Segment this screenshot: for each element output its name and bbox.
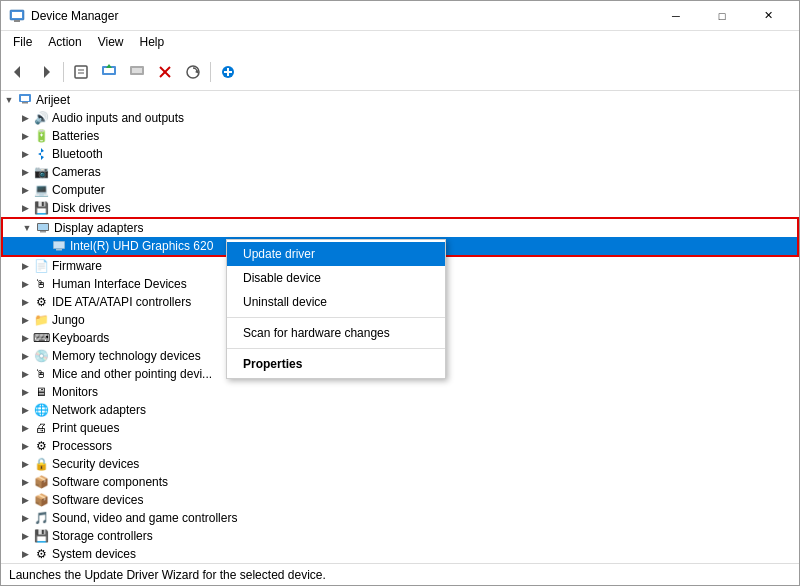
toolbar-sep-2 <box>210 62 211 82</box>
sw-devices-label: Software devices <box>52 493 143 507</box>
tree-item-diskdrives[interactable]: ▶ 💾 Disk drives <box>1 199 799 217</box>
security-icon: 🔒 <box>33 456 49 472</box>
tree-item-display[interactable]: ▼ Display adapters <box>3 219 797 237</box>
context-uninstall-device[interactable]: Uninstall device <box>227 290 445 314</box>
tree-item-batteries[interactable]: ▶ 🔋 Batteries <box>1 127 799 145</box>
network-expand[interactable]: ▶ <box>17 402 33 418</box>
sw-components-label: Software components <box>52 475 168 489</box>
monitors-label: Monitors <box>52 385 98 399</box>
menu-file[interactable]: File <box>5 33 40 51</box>
window-icon <box>9 8 25 24</box>
minimize-button[interactable]: ─ <box>653 1 699 31</box>
memory-expand[interactable]: ▶ <box>17 348 33 364</box>
keyboards-icon: ⌨ <box>33 330 49 346</box>
tree-item-network[interactable]: ▶ 🌐 Network adapters <box>1 401 799 419</box>
add-hardware-button[interactable] <box>215 59 241 85</box>
processors-expand[interactable]: ▶ <box>17 438 33 454</box>
svg-marker-4 <box>44 66 50 78</box>
tree-item-system[interactable]: ▶ ⚙ System devices <box>1 545 799 563</box>
update-driver-button[interactable] <box>96 59 122 85</box>
menu-help[interactable]: Help <box>132 33 173 51</box>
tree-item-processors[interactable]: ▶ ⚙ Processors <box>1 437 799 455</box>
sound-label: Sound, video and game controllers <box>52 511 237 525</box>
ide-icon: ⚙ <box>33 294 49 310</box>
print-expand[interactable]: ▶ <box>17 420 33 436</box>
tree-item-sw-components[interactable]: ▶ 📦 Software components <box>1 473 799 491</box>
forward-button[interactable] <box>33 59 59 85</box>
sw-devices-expand[interactable]: ▶ <box>17 492 33 508</box>
scan-button[interactable] <box>180 59 206 85</box>
storage-expand[interactable]: ▶ <box>17 528 33 544</box>
window-title: Device Manager <box>31 9 653 23</box>
system-expand[interactable]: ▶ <box>17 546 33 562</box>
firmware-icon: 📄 <box>33 258 49 274</box>
audio-label: Audio inputs and outputs <box>52 111 184 125</box>
mice-expand[interactable]: ▶ <box>17 366 33 382</box>
bluetooth-expand[interactable]: ▶ <box>17 146 33 162</box>
context-properties[interactable]: Properties <box>227 352 445 376</box>
tree-item-cameras[interactable]: ▶ 📷 Cameras <box>1 163 799 181</box>
sound-expand[interactable]: ▶ <box>17 510 33 526</box>
menu-action[interactable]: Action <box>40 33 89 51</box>
mice-label: Mice and other pointing devi... <box>52 367 212 381</box>
tree-root[interactable]: ▼ Arijeet <box>1 91 799 109</box>
monitors-expand[interactable]: ▶ <box>17 384 33 400</box>
firmware-label: Firmware <box>52 259 102 273</box>
memory-icon: 💿 <box>33 348 49 364</box>
print-label: Print queues <box>52 421 119 435</box>
context-update-driver[interactable]: Update driver <box>227 242 445 266</box>
display-label: Display adapters <box>54 221 143 235</box>
audio-icon: 🔊 <box>33 110 49 126</box>
computer-icon <box>17 92 33 108</box>
maximize-button[interactable]: □ <box>699 1 745 31</box>
cameras-label: Cameras <box>52 165 101 179</box>
uninstall-button[interactable] <box>152 59 178 85</box>
disable-button[interactable] <box>124 59 150 85</box>
svg-rect-28 <box>56 249 62 251</box>
sw-components-icon: 📦 <box>33 474 49 490</box>
root-expand[interactable]: ▼ <box>1 92 17 108</box>
processors-icon: ⚙ <box>33 438 49 454</box>
tree-item-sw-devices[interactable]: ▶ 📦 Software devices <box>1 491 799 509</box>
diskdrives-icon: 💾 <box>33 200 49 216</box>
display-expand[interactable]: ▼ <box>19 220 35 236</box>
context-scan-hardware[interactable]: Scan for hardware changes <box>227 321 445 345</box>
tree-item-computer[interactable]: ▶ 💻 Computer <box>1 181 799 199</box>
network-icon: 🌐 <box>33 402 49 418</box>
cameras-icon: 📷 <box>33 164 49 180</box>
sw-components-expand[interactable]: ▶ <box>17 474 33 490</box>
security-label: Security devices <box>52 457 139 471</box>
storage-icon: 💾 <box>33 528 49 544</box>
svg-rect-2 <box>14 20 20 22</box>
svg-rect-21 <box>21 96 29 101</box>
close-button[interactable]: ✕ <box>745 1 791 31</box>
batteries-expand[interactable]: ▶ <box>17 128 33 144</box>
device-tree-panel[interactable]: ▼ Arijeet ▶ 🔊 Audio inputs and outputs <box>1 91 799 563</box>
security-expand[interactable]: ▶ <box>17 456 33 472</box>
properties-button[interactable] <box>68 59 94 85</box>
tree-item-bluetooth[interactable]: ▶ Bluetooth <box>1 145 799 163</box>
cameras-expand[interactable]: ▶ <box>17 164 33 180</box>
firmware-expand[interactable]: ▶ <box>17 258 33 274</box>
tree-item-print[interactable]: ▶ 🖨 Print queues <box>1 419 799 437</box>
jungo-expand[interactable]: ▶ <box>17 312 33 328</box>
tree-item-monitors[interactable]: ▶ 🖥 Monitors <box>1 383 799 401</box>
ide-expand[interactable]: ▶ <box>17 294 33 310</box>
hid-expand[interactable]: ▶ <box>17 276 33 292</box>
computer-icon2: 💻 <box>33 182 49 198</box>
context-disable-device[interactable]: Disable device <box>227 266 445 290</box>
audio-expand[interactable]: ▶ <box>17 110 33 126</box>
tree-item-audio[interactable]: ▶ 🔊 Audio inputs and outputs <box>1 109 799 127</box>
network-label: Network adapters <box>52 403 146 417</box>
back-button[interactable] <box>5 59 31 85</box>
root-label: Arijeet <box>36 93 70 107</box>
computer-expand[interactable]: ▶ <box>17 182 33 198</box>
menu-view[interactable]: View <box>90 33 132 51</box>
tree-item-storage[interactable]: ▶ 💾 Storage controllers <box>1 527 799 545</box>
keyboards-expand[interactable]: ▶ <box>17 330 33 346</box>
tree-item-security[interactable]: ▶ 🔒 Security devices <box>1 455 799 473</box>
diskdrives-expand[interactable]: ▶ <box>17 200 33 216</box>
svg-rect-1 <box>12 12 22 18</box>
tree-item-sound[interactable]: ▶ 🎵 Sound, video and game controllers <box>1 509 799 527</box>
status-bar: Launches the Update Driver Wizard for th… <box>1 563 799 585</box>
